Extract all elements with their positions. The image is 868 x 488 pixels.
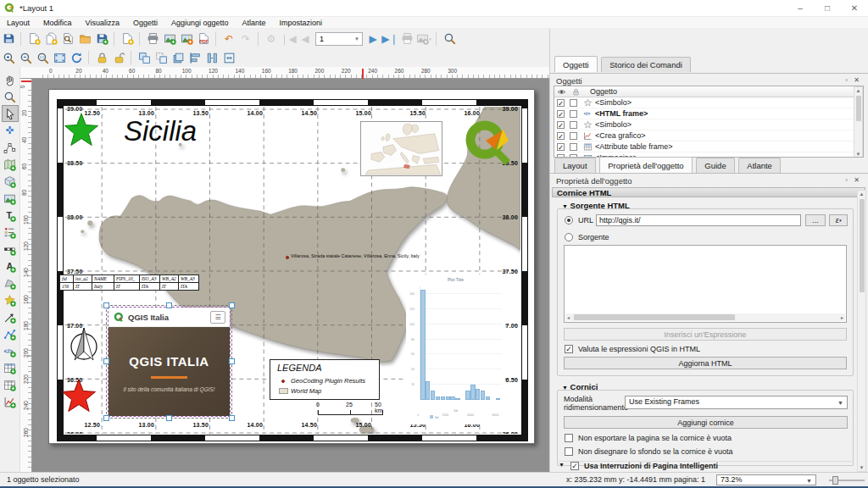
menu-atlante[interactable]: Atlante	[236, 17, 273, 28]
zoom-actual-size-icon[interactable]: 1:1	[34, 49, 51, 66]
object-row[interactable]: ✓</><HTML frame>	[554, 108, 855, 119]
atlas-last-feature-icon[interactable]: ▶❘	[381, 30, 398, 47]
lock-checkbox[interactable]	[570, 110, 577, 118]
edit-nodes-item-icon[interactable]	[2, 139, 19, 156]
open-layout-icon[interactable]	[76, 30, 93, 47]
group-items-icon[interactable]	[136, 49, 153, 66]
add-node-item-icon[interactable]	[2, 325, 19, 342]
add-map-icon[interactable]	[2, 156, 19, 173]
object-row[interactable]: ✓<Simbolo>	[554, 97, 855, 108]
print-layout-icon[interactable]	[144, 30, 161, 47]
smart-breaks-collapse-icon[interactable]: ▼	[559, 462, 565, 468]
dont-draw-checkbox[interactable]	[565, 447, 573, 456]
layout-page[interactable]: 12.5013.0013.5014.0014.5015.0015.5016.00…	[48, 89, 535, 444]
export-as-image-icon[interactable]	[161, 30, 178, 47]
zoom-slider-thumb[interactable]	[832, 476, 838, 485]
zoom-full-extent-icon[interactable]	[51, 49, 68, 66]
plot-item[interactable]: Plot Title 20406080100120140020004000600…	[406, 274, 505, 424]
atlas-next-feature-icon[interactable]: ▶	[364, 30, 381, 47]
save-as-template-icon[interactable]	[93, 30, 110, 47]
add-legend-icon[interactable]	[2, 224, 19, 241]
lock-checkbox[interactable]	[570, 132, 577, 140]
add-label-icon[interactable]: T	[2, 207, 19, 224]
select-move-item-icon[interactable]	[2, 105, 19, 122]
object-row[interactable]: ✓<Simbolo>	[554, 119, 855, 130]
ungroup-items-icon[interactable]	[153, 49, 170, 66]
object-row[interactable]: ✓<Crea grafico>	[554, 130, 855, 141]
visibility-checkbox[interactable]: ✓	[557, 99, 565, 107]
properties-scrollbar[interactable]: ▲▼	[857, 190, 866, 472]
layout-manager-icon[interactable]	[59, 30, 76, 47]
atlas-first-feature-icon[interactable]: ❘◀	[280, 30, 297, 47]
dock-close-icon[interactable]: ✕	[854, 176, 860, 184]
add-scale-bar-icon[interactable]	[2, 241, 19, 258]
objects-scrollbar[interactable]: ▲▼	[854, 86, 863, 158]
zoom-level-combo[interactable]: 73.2%▼	[716, 474, 816, 485]
print-atlas-icon[interactable]	[398, 30, 415, 47]
html-frame-item[interactable]: QGIS Italia ☰ QGIS ITALIA Il sito della …	[108, 308, 230, 416]
resize-handle-tr[interactable]	[229, 302, 235, 308]
undo-icon[interactable]: ↶	[220, 30, 237, 47]
add-north-arrow-icon[interactable]: A	[2, 258, 19, 274]
tab-storico-dei-comandi[interactable]: Storico dei Comandi	[601, 57, 691, 72]
resize-handle-bm[interactable]	[166, 415, 172, 421]
resize-handle-tl[interactable]	[103, 302, 109, 308]
new-layout-icon[interactable]	[25, 30, 42, 47]
add-fixed-table-icon[interactable]	[2, 376, 19, 393]
menu-visualizza[interactable]: Visualizza	[79, 17, 126, 28]
lock-checkbox[interactable]	[570, 143, 577, 151]
zoom-in-icon[interactable]	[0, 49, 17, 66]
zoom-out-icon[interactable]	[17, 49, 34, 66]
objects-column-header[interactable]: Oggetto	[590, 87, 617, 96]
atlas-page-combo[interactable]: 1▼	[315, 32, 363, 46]
dock-float-icon[interactable]: ▫	[845, 176, 848, 184]
object-row[interactable]: ✓<Attribute table frame>	[554, 141, 855, 152]
menu-impostazioni[interactable]: Impostazioni	[273, 17, 330, 28]
data-defined-override-button[interactable]: ε▾	[829, 214, 848, 226]
add-frame-button[interactable]: Aggiungi cornice	[564, 416, 848, 429]
resize-handle-mr[interactable]	[229, 358, 235, 364]
visibility-checkbox[interactable]: ✓	[557, 110, 565, 118]
add-plot-icon[interactable]	[2, 393, 19, 410]
red-star-marker[interactable]	[61, 379, 97, 413]
tab-proprieta-oggetto[interactable]: Proprietà dell'oggetto	[599, 157, 693, 173]
menu-aggiungi-oggetto[interactable]: Aggiungi oggetto	[164, 17, 236, 28]
export-atlas-icon[interactable]: ▾	[415, 30, 432, 47]
url-radio[interactable]	[565, 216, 573, 225]
add-html-frame-icon[interactable]: </>	[2, 342, 19, 359]
zoom-tool-icon[interactable]	[2, 88, 19, 105]
dock-float-icon[interactable]: ▫	[845, 76, 848, 84]
visibility-checkbox[interactable]: ✓	[557, 143, 565, 151]
raise-selected-items-icon[interactable]	[170, 49, 186, 66]
close-button[interactable]: ✕	[841, 0, 868, 17]
tab-layout[interactable]: Layout	[554, 158, 596, 173]
add-picture-icon[interactable]	[2, 190, 19, 207]
lock-checkbox[interactable]	[570, 121, 577, 129]
qgis-logo[interactable]	[463, 118, 514, 169]
lock-checkbox[interactable]	[570, 99, 577, 107]
resize-mode-combo[interactable]: Use Existing Frames▼	[625, 396, 848, 409]
export-as-pdf-icon[interactable]: PDF	[195, 30, 212, 47]
tab-atlante[interactable]: Atlante	[738, 158, 781, 173]
north-arrow-item[interactable]	[61, 325, 108, 367]
add-attribute-table-icon[interactable]	[2, 359, 19, 376]
menu-layout[interactable]: Layout	[0, 17, 36, 28]
scalebar-item[interactable]: 0 25 50 km	[306, 400, 391, 422]
add-3d-map-icon[interactable]	[2, 173, 19, 190]
europe-overview-map[interactable]	[360, 121, 442, 176]
dock-close-icon[interactable]: ✕	[854, 76, 860, 84]
redo-icon[interactable]: ↷	[237, 30, 254, 47]
resize-selected-items-icon[interactable]	[220, 49, 237, 66]
atlas-previous-feature-icon[interactable]: ◀	[297, 30, 314, 47]
atlas-settings-icon[interactable]: ⚙	[263, 30, 280, 47]
move-item-content-icon[interactable]: ✜	[2, 122, 19, 139]
duplicate-layout-icon[interactable]	[42, 30, 59, 47]
smart-page-breaks-checkbox[interactable]: ✓	[570, 462, 579, 470]
dont-export-checkbox[interactable]	[565, 434, 573, 442]
evaluate-expressions-checkbox[interactable]: ✓	[565, 345, 573, 353]
visibility-checkbox[interactable]: ✓	[557, 132, 565, 140]
menu-modifica[interactable]: Modifica	[36, 17, 79, 28]
browse-button[interactable]: ...	[805, 214, 826, 226]
distribute-selected-items-icon[interactable]	[203, 49, 220, 66]
maximize-button[interactable]: □	[814, 0, 841, 17]
